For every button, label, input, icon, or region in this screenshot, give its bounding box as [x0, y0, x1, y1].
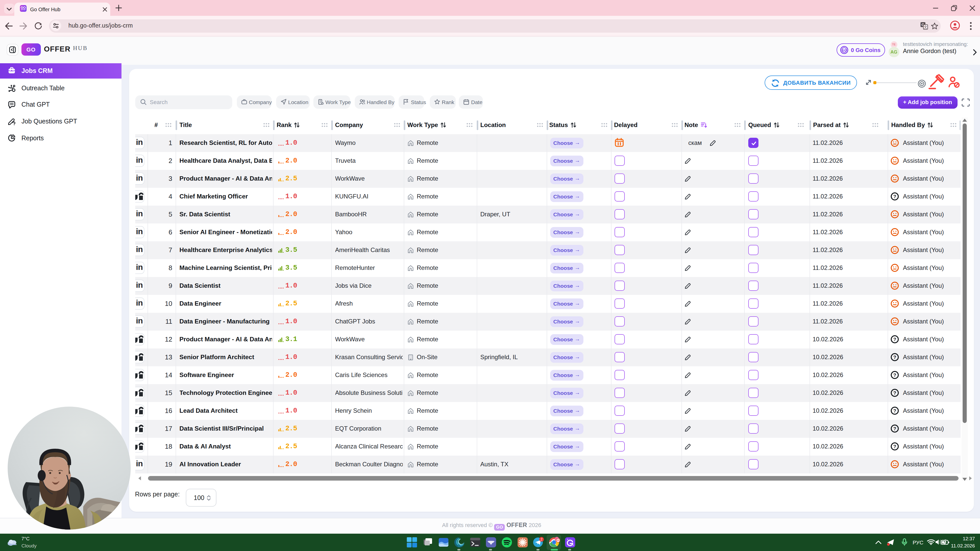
svg-text:?: ?: [893, 194, 896, 199]
svg-text:?: ?: [893, 354, 896, 360]
svg-text:文: 文: [924, 25, 927, 29]
svg-text:?: ?: [893, 426, 896, 431]
svg-text:?: ?: [893, 444, 896, 449]
svg-text:GO: GO: [842, 49, 846, 52]
svg-text:?: ?: [893, 390, 896, 395]
svg-text:?: ?: [893, 408, 896, 413]
svg-text:?: ?: [893, 372, 896, 378]
svg-text:?: ?: [893, 337, 896, 342]
svg-text:2: 2: [540, 537, 542, 541]
